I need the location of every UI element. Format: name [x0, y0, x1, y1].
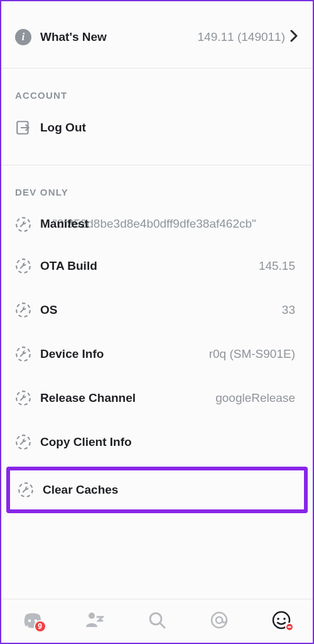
whats-new-label: What's New — [40, 30, 107, 44]
clear-caches-row[interactable]: Clear Caches — [10, 470, 304, 509]
svg-point-10 — [89, 613, 95, 619]
manifest-label: Manifest — [40, 217, 89, 231]
copy-client-info-label: Copy Client Info — [40, 435, 132, 449]
os-label: OS — [40, 303, 57, 317]
whats-new-value: 149.11 (149011) — [198, 30, 285, 44]
release-channel-row[interactable]: Release Channel googleRelease — [1, 376, 313, 420]
nav-friends-button[interactable] — [81, 606, 109, 634]
wrench-icon — [15, 302, 40, 318]
svg-point-16 — [278, 618, 280, 620]
log-out-row[interactable]: Log Out — [1, 108, 313, 147]
release-channel-value: googleRelease — [215, 391, 295, 405]
dev-section-header: DEV ONLY — [1, 165, 313, 205]
account-section-header: ACCOUNT — [1, 69, 313, 108]
logout-icon — [15, 119, 40, 136]
nav-profile-button[interactable] — [268, 606, 295, 634]
svg-point-13 — [212, 613, 227, 628]
device-info-value: r0q (SM-S901E) — [209, 347, 295, 361]
chevron-right-icon — [289, 30, 299, 45]
clear-caches-label: Clear Caches — [43, 483, 118, 497]
nav-profile-status-icon — [285, 623, 294, 631]
ota-build-value: 145.15 — [259, 259, 295, 273]
ota-build-row[interactable]: OTA Build 145.15 — [1, 244, 313, 288]
manifest-row[interactable]: "0f352d8be3d8e4b0dff9dfe38af462cb" Manif… — [1, 205, 313, 244]
wrench-icon — [15, 216, 40, 233]
wrench-icon — [15, 434, 40, 450]
svg-point-17 — [284, 618, 286, 620]
nav-discord-badge: 9 — [34, 620, 46, 633]
whats-new-row[interactable]: i What's New 149.11 (149011) — [1, 18, 313, 57]
release-channel-label: Release Channel — [40, 391, 136, 405]
wrench-icon — [15, 346, 40, 362]
copy-client-info-row[interactable]: Copy Client Info — [1, 420, 313, 464]
settings-scroll: i What's New 149.11 (149011) ACCOUNT Log… — [1, 1, 313, 599]
svg-line-12 — [160, 623, 165, 628]
info-icon: i — [15, 29, 40, 45]
device-info-row[interactable]: Device Info r0q (SM-S901E) — [1, 332, 313, 376]
app-frame: i What's New 149.11 (149011) ACCOUNT Log… — [0, 0, 314, 644]
nav-mentions-button[interactable] — [205, 606, 233, 634]
nav-search-button[interactable] — [143, 606, 171, 634]
log-out-label: Log Out — [40, 121, 86, 135]
device-info-label: Device Info — [40, 347, 104, 361]
svg-point-14 — [216, 617, 222, 623]
svg-point-8 — [28, 619, 31, 622]
os-row[interactable]: OS 33 — [1, 288, 313, 332]
nav-discord-button[interactable]: 9 — [19, 606, 46, 634]
wrench-icon — [18, 482, 43, 498]
ota-build-label: OTA Build — [40, 259, 97, 273]
wrench-icon — [15, 258, 40, 274]
os-value: 33 — [282, 303, 295, 317]
wrench-icon — [15, 390, 40, 406]
bottom-nav: 9 — [1, 599, 313, 643]
clear-caches-highlight: Clear Caches — [6, 467, 308, 513]
